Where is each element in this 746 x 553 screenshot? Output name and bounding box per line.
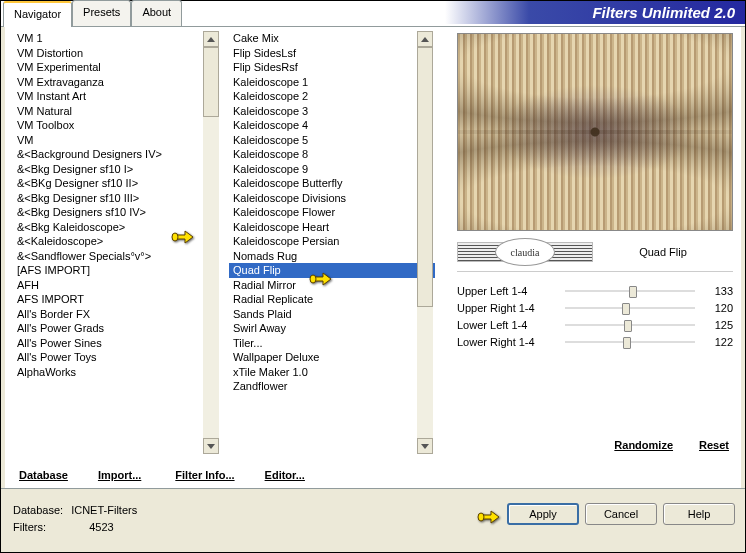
list-item[interactable]: &<Bkg Designer sf10 III> [13, 191, 221, 206]
list-item[interactable]: Quad Flip [229, 263, 435, 278]
category-listbox[interactable]: VM 1VM DistortionVM ExperimentalVM Extra… [5, 27, 221, 458]
svg-point-2 [478, 513, 484, 521]
pointer-hand-icon [477, 505, 505, 527]
main-panel: VM 1VM DistortionVM ExperimentalVM Extra… [5, 27, 741, 488]
list-item[interactable]: xTile Maker 1.0 [229, 365, 435, 380]
cancel-button[interactable]: Cancel [585, 503, 657, 525]
import-link[interactable]: Import... [98, 469, 141, 481]
db-value: ICNET-Filters [71, 503, 143, 518]
filter-scrollbar[interactable] [417, 31, 433, 454]
slider-thumb[interactable] [623, 337, 631, 349]
list-item[interactable]: All's Power Sines [13, 336, 221, 351]
list-item[interactable]: Nomads Rug [229, 249, 435, 264]
list-item[interactable]: Kaleidoscope Flower [229, 205, 435, 220]
watermark-text: claudia [495, 238, 555, 266]
list-item[interactable]: VM [13, 133, 221, 148]
list-item[interactable]: &<Background Designers IV> [13, 147, 221, 162]
list-item[interactable]: Cake Mix [229, 31, 435, 46]
list-item[interactable]: VM 1 [13, 31, 221, 46]
list-item[interactable]: Flip SidesLsf [229, 46, 435, 61]
param-label: Upper Left 1-4 [457, 285, 557, 297]
param-slider[interactable] [565, 341, 695, 343]
slider-thumb[interactable] [624, 320, 632, 332]
list-item[interactable]: Radial Replicate [229, 292, 435, 307]
filter-count-value: 4523 [71, 520, 143, 535]
list-item[interactable]: VM Toolbox [13, 118, 221, 133]
list-item[interactable]: Kaleidoscope 8 [229, 147, 435, 162]
list-item[interactable]: &<Bkg Designer sf10 I> [13, 162, 221, 177]
list-item[interactable]: Zandflower [229, 379, 435, 394]
list-item[interactable]: &<Bkg Designers sf10 IV> [13, 205, 221, 220]
help-button[interactable]: Help [663, 503, 735, 525]
list-item[interactable]: Kaleidoscope Heart [229, 220, 435, 235]
param-row: Upper Right 1-4120 [457, 299, 733, 316]
scroll-thumb[interactable] [203, 47, 219, 117]
list-item[interactable]: &<Bkg Kaleidoscope> [13, 220, 221, 235]
list-item[interactable]: VM Instant Art [13, 89, 221, 104]
param-value: 125 [703, 319, 733, 331]
current-filter-label: Quad Flip [593, 242, 733, 262]
param-value: 122 [703, 336, 733, 348]
list-item[interactable]: Wallpaper Deluxe [229, 350, 435, 365]
list-item[interactable]: Sands Plaid [229, 307, 435, 322]
param-label: Upper Right 1-4 [457, 302, 557, 314]
scroll-up-button[interactable] [203, 31, 219, 47]
lists-area: VM 1VM DistortionVM ExperimentalVM Extra… [5, 27, 435, 458]
list-item[interactable]: All's Border FX [13, 307, 221, 322]
list-item[interactable]: Kaleidoscope 2 [229, 89, 435, 104]
apply-button[interactable]: Apply [507, 503, 579, 525]
randomize-link[interactable]: Randomize [614, 439, 673, 451]
list-item[interactable]: Kaleidoscope 1 [229, 75, 435, 90]
tab-strip: Navigator Presets About [1, 0, 182, 26]
scroll-down-button[interactable] [417, 438, 433, 454]
list-item[interactable]: Kaleidoscope Divisions [229, 191, 435, 206]
preview-pane: claudia Quad Flip Upper Left 1-4133Upper… [437, 27, 739, 458]
scroll-down-button[interactable] [203, 438, 219, 454]
slider-thumb[interactable] [622, 303, 630, 315]
param-slider[interactable] [565, 307, 695, 309]
list-item[interactable]: VM Distortion [13, 46, 221, 61]
list-item[interactable]: Kaleidoscope 4 [229, 118, 435, 133]
database-link[interactable]: Database [19, 469, 68, 481]
reset-link[interactable]: Reset [699, 439, 729, 451]
list-item[interactable]: AFH [13, 278, 221, 293]
list-item[interactable]: Kaleidoscope Butterfly [229, 176, 435, 191]
app-window: Navigator Presets About Filters Unlimite… [0, 0, 746, 553]
param-row: Upper Left 1-4133 [457, 282, 733, 299]
list-item[interactable]: Tiler... [229, 336, 435, 351]
param-label: Lower Right 1-4 [457, 336, 557, 348]
filter-info-link[interactable]: Filter Info... [175, 469, 234, 481]
list-item[interactable]: Kaleidoscope 9 [229, 162, 435, 177]
list-item[interactable]: VM Natural [13, 104, 221, 119]
list-item[interactable]: All's Power Grads [13, 321, 221, 336]
list-item[interactable]: [AFS IMPORT] [13, 263, 221, 278]
list-item[interactable]: VM Experimental [13, 60, 221, 75]
filter-name-row: claudia Quad Flip [457, 242, 733, 262]
slider-thumb[interactable] [629, 286, 637, 298]
tab-navigator[interactable]: Navigator [3, 1, 72, 27]
list-item[interactable]: &<BKg Designer sf10 II> [13, 176, 221, 191]
header-bar: Navigator Presets About Filters Unlimite… [1, 1, 745, 27]
preview-image [457, 33, 733, 231]
param-slider[interactable] [565, 290, 695, 292]
list-item[interactable]: Radial Mirror [229, 278, 435, 293]
list-item[interactable]: Kaleidoscope 5 [229, 133, 435, 148]
filter-listbox[interactable]: Cake MixFlip SidesLsfFlip SidesRsfKaleid… [221, 27, 435, 458]
list-item[interactable]: AlphaWorks [13, 365, 221, 380]
list-item[interactable]: Flip SidesRsf [229, 60, 435, 75]
scroll-up-button[interactable] [417, 31, 433, 47]
list-item[interactable]: AFS IMPORT [13, 292, 221, 307]
list-item[interactable]: VM Extravaganza [13, 75, 221, 90]
list-item[interactable]: All's Power Toys [13, 350, 221, 365]
list-item[interactable]: Kaleidoscope 3 [229, 104, 435, 119]
category-scrollbar[interactable] [203, 31, 219, 454]
scroll-thumb[interactable] [417, 47, 433, 307]
list-item[interactable]: Swirl Away [229, 321, 435, 336]
tab-about[interactable]: About [131, 0, 182, 26]
param-slider[interactable] [565, 324, 695, 326]
editor-link[interactable]: Editor... [265, 469, 305, 481]
list-item[interactable]: Kaleidoscope Persian [229, 234, 435, 249]
list-item[interactable]: &<Sandflower Specials°v°> [13, 249, 221, 264]
tab-presets[interactable]: Presets [72, 0, 131, 26]
list-item[interactable]: &<Kaleidoscope> [13, 234, 221, 249]
